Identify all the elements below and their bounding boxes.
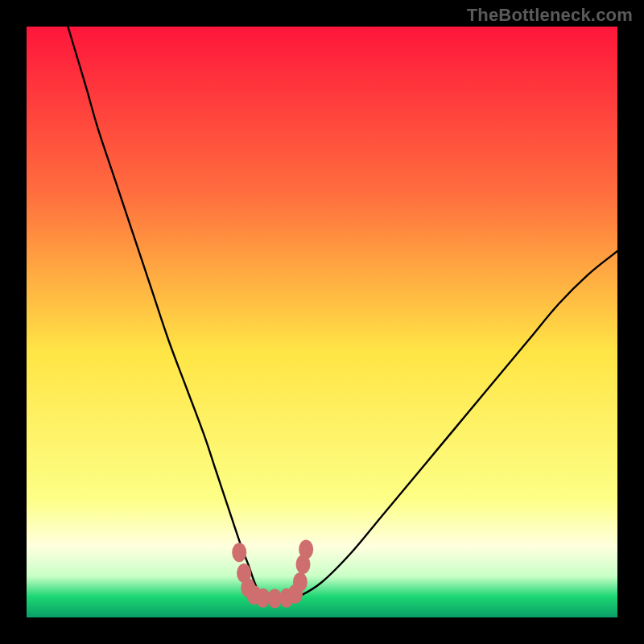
marker-dot — [232, 543, 246, 562]
chart-frame: TheBottleneck.com — [0, 0, 644, 644]
marker-dot — [293, 572, 308, 592]
bottleneck-chart — [27, 27, 617, 617]
gradient-background — [27, 27, 617, 617]
plot-area — [27, 27, 617, 617]
watermark-text: TheBottleneck.com — [467, 5, 633, 26]
marker-dot — [299, 540, 313, 559]
